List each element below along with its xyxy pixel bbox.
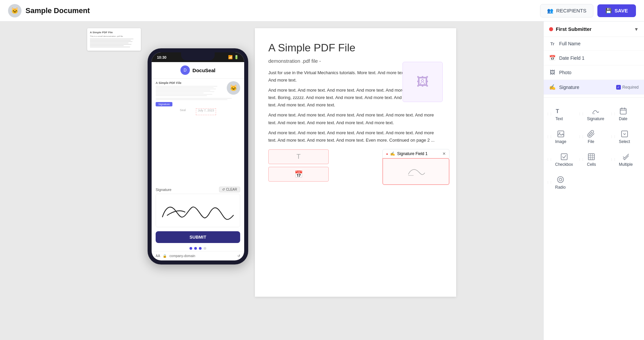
chevron-down-icon: ▼ xyxy=(634,27,639,32)
app-header: 🐱 Sample Document 👥 RECIPIENTS 💾 SAVE xyxy=(0,0,644,21)
widget-text[interactable]: ⋮⋮ T Text xyxy=(546,103,578,125)
widget-cells-item[interactable]: Cells xyxy=(584,149,599,171)
phone-sig-badge: Signature xyxy=(156,102,172,106)
widget-date[interactable]: ⋮⋮ Date xyxy=(610,103,641,125)
required-checkbox[interactable]: ✓ Required xyxy=(616,85,639,90)
widget-cells[interactable]: ⋮⋮ Cells xyxy=(578,149,609,171)
widget-multiple[interactable]: ⋮⋮ Multiple xyxy=(610,149,641,171)
phone-sig-text: Signature xyxy=(156,188,171,192)
widget-image[interactable]: ⋮⋮ Image xyxy=(546,126,578,148)
document-area: A Simple PDF File This is a small demons… xyxy=(0,21,543,340)
drag-handle-cells: ⋮⋮ xyxy=(578,158,584,161)
photo-placeholder[interactable]: 🖼 xyxy=(402,62,443,102)
submitter-row[interactable]: First Submitter ▼ xyxy=(544,21,644,37)
thumb-subtitle: This is a small demonstration .pdf file xyxy=(90,35,138,37)
drag-handle-select: ⋮⋮ xyxy=(610,135,616,139)
widget-radio-item[interactable]: Radio xyxy=(552,172,568,194)
widget-image-item[interactable]: Image xyxy=(552,126,569,148)
radio-widget-label: Radio xyxy=(555,185,566,190)
app-name-label: DocuSeal xyxy=(193,67,215,73)
checkbox-widget-icon xyxy=(560,153,568,161)
widget-checkbox-item[interactable]: Checkbox xyxy=(552,149,576,171)
date-widget-icon xyxy=(619,107,627,115)
svg-point-15 xyxy=(559,178,562,181)
right-sidebar: First Submitter ▼ Tr Full Name 📅 Date Fi… xyxy=(543,21,644,340)
widget-date-item[interactable]: Date xyxy=(616,103,630,125)
phone-sig-label-row: Signature ↺ CLEAR xyxy=(156,187,240,192)
page-dot-2 xyxy=(194,247,197,250)
widget-radio[interactable]: ⋮⋮ Radio xyxy=(546,172,578,194)
submit-button[interactable]: SUBMIT xyxy=(156,231,240,243)
svg-text:T: T xyxy=(556,108,559,114)
phone-bottom-lines: Seal July 7, 2023 xyxy=(156,108,240,115)
widget-sig-item[interactable]: Signature xyxy=(584,103,607,125)
field-item-photo[interactable]: 🖼 Photo xyxy=(544,65,644,80)
phone-signature-area: Signature ↺ CLEAR xyxy=(152,187,244,229)
signature-icon: ✍ xyxy=(549,84,556,90)
url-text: company-domain xyxy=(169,254,195,258)
doc-title: Sample Document xyxy=(25,6,90,15)
recipients-icon: 👥 xyxy=(547,8,553,14)
phone-line xyxy=(156,99,227,100)
field-item-signature[interactable]: ✍ Signature ✓ Required xyxy=(544,80,644,95)
phone-indicators: 📶 🔋 xyxy=(228,55,239,59)
submitter-dot xyxy=(549,27,553,31)
wifi-icon: 📶 xyxy=(228,55,233,59)
phone-preview-text: A Simple PDF File xyxy=(156,81,224,97)
widget-file[interactable]: ⋮⋮ File xyxy=(578,126,609,148)
widget-text-item[interactable]: T Text xyxy=(552,103,566,125)
phone-signature-canvas[interactable] xyxy=(156,194,240,227)
phone-page-dots xyxy=(152,246,244,251)
widget-select[interactable]: ⋮⋮ Select xyxy=(610,126,641,148)
recipients-button[interactable]: 👥 RECIPIENTS xyxy=(540,4,593,17)
widget-select-item[interactable]: Select xyxy=(616,126,633,148)
file-widget-label: File xyxy=(588,139,594,144)
clear-button[interactable]: ↺ CLEAR xyxy=(219,187,240,192)
sig-popup-header: ● ✍ Signature Field 1 ✕ xyxy=(382,149,449,158)
widget-file-item[interactable]: File xyxy=(584,126,598,148)
refresh-icon: ↺ xyxy=(222,188,225,191)
phone-notch xyxy=(181,52,215,60)
phone-field-seal: Seal xyxy=(180,108,186,115)
battery-icon: 🔋 xyxy=(234,55,239,59)
save-icon: 💾 xyxy=(605,8,612,14)
svg-point-6 xyxy=(559,132,560,133)
text-field-placeholder[interactable]: T xyxy=(268,149,329,164)
radio-widget-icon xyxy=(556,176,565,184)
required-label: Required xyxy=(622,85,639,90)
thumbnail-sidebar: A Simple PDF File This is a small demons… xyxy=(87,28,141,53)
drag-handle-multi: ⋮⋮ xyxy=(610,158,616,161)
signature-field-box[interactable] xyxy=(382,158,449,185)
phone-line xyxy=(156,91,214,92)
text-widget-label: Text xyxy=(555,116,563,121)
cells-widget-label: Cells xyxy=(587,162,596,167)
widget-checkbox[interactable]: ⋮⋮ Checkbox xyxy=(546,149,578,171)
phone-doc-preview: A Simple PDF File xyxy=(152,79,244,187)
multiple-widget-label: Multiple xyxy=(619,162,633,167)
drag-handle-sig: ⋮⋮ xyxy=(578,112,584,116)
app-logo: D xyxy=(180,65,190,75)
drag-handle-radio: ⋮⋮ xyxy=(546,181,552,184)
signature-field-popup: ● ✍ Signature Field 1 ✕ xyxy=(382,149,449,186)
checkbox-widget-label: Checkbox xyxy=(555,162,573,167)
save-button[interactable]: 💾 SAVE xyxy=(597,4,636,17)
widget-signature[interactable]: ⋮⋮ Signature xyxy=(578,103,609,125)
phone-line xyxy=(156,86,217,87)
pdf-paragraph-3: And more text. And more text. And more t… xyxy=(268,111,443,126)
page-dot-3 xyxy=(199,247,202,250)
thumb-line xyxy=(90,44,131,45)
widget-divider xyxy=(544,97,644,98)
submitter-info: First Submitter xyxy=(549,26,592,32)
date-field-placeholder[interactable]: 📅 xyxy=(268,167,329,182)
field-item-fullname[interactable]: Tr Full Name xyxy=(544,37,644,51)
close-icon[interactable]: ✕ xyxy=(442,151,446,156)
field-item-date[interactable]: 📅 Date Field 1 xyxy=(544,51,644,65)
widget-multiple-item[interactable]: Multiple xyxy=(616,149,635,171)
thumbnail-card[interactable]: A Simple PDF File This is a small demons… xyxy=(87,28,141,51)
sig-widget-label: Signature xyxy=(587,116,604,121)
header-left: 🐱 Sample Document xyxy=(8,4,90,17)
checkbox-checked: ✓ xyxy=(616,85,621,90)
photo-icon: 🖼 xyxy=(417,75,429,89)
phone-line xyxy=(156,87,214,88)
svg-rect-1 xyxy=(620,108,626,114)
